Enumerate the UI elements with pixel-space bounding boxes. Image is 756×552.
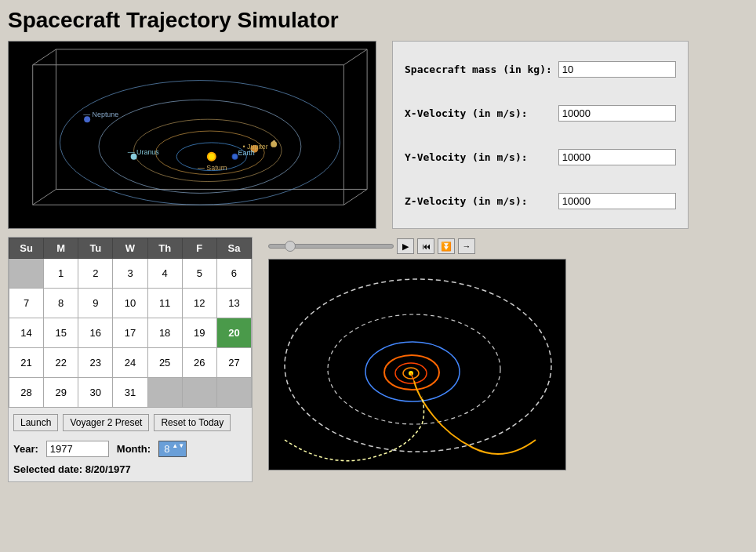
calendar-day-header: Sa — [216, 238, 251, 259]
launch-button[interactable]: Launch — [13, 414, 58, 431]
calendar-table: SuMTuWThFSa 1234567891011121314151617181… — [9, 238, 252, 408]
calendar-day-cell[interactable]: 5 — [182, 259, 216, 289]
svg-point-14 — [233, 154, 238, 159]
trajectory-section: ▶ ⏮ ⏬ → — [268, 237, 566, 482]
calendar-day-cell[interactable]: 3 — [113, 259, 147, 289]
svg-line-4 — [343, 189, 367, 205]
calendar-day-header: Th — [147, 238, 182, 259]
playback-slider-thumb[interactable] — [285, 241, 296, 252]
calendar-day-cell — [147, 378, 182, 408]
playback-controls: ▶ ⏮ ⏬ → — [268, 237, 566, 256]
zvel-label: Z-Velocity (in m/s): — [405, 195, 552, 207]
svg-point-12 — [209, 154, 215, 160]
svg-point-6 — [60, 81, 340, 205]
calendar-day-cell[interactable]: 12 — [182, 289, 216, 318]
calendar-day-cell[interactable]: 27 — [216, 348, 251, 378]
calendar-day-cell[interactable]: 23 — [78, 348, 113, 378]
calendar-day-cell[interactable]: 10 — [113, 289, 147, 318]
calendar-day-header: F — [182, 238, 216, 259]
month-label: Month: — [117, 443, 151, 455]
calendar-day-header: W — [113, 238, 147, 259]
svg-text:• Jupiter: • Jupiter — [242, 143, 267, 151]
svg-point-25 — [285, 279, 551, 452]
mass-input[interactable] — [558, 61, 676, 78]
zvel-input[interactable] — [558, 193, 676, 209]
calendar-day-header: Tu — [78, 238, 113, 259]
solar-system-view: ● — Neptune — Uranus Earth • Jupiter — S… — [8, 41, 376, 229]
calendar-day-cell[interactable]: 30 — [78, 378, 113, 408]
svg-point-7 — [99, 100, 301, 193]
calendar-day-cell[interactable]: 26 — [182, 348, 216, 378]
mass-label: Spacecraft mass (in kg): — [405, 64, 552, 75]
xvel-input[interactable] — [558, 105, 676, 122]
skip-start-button[interactable]: ⏮ — [417, 238, 434, 254]
svg-text:— Neptune: — Neptune — [83, 111, 118, 118]
calendar-day-cell[interactable]: 8 — [44, 289, 78, 318]
params-panel: Spacecraft mass (in kg): X-Velocity (in … — [392, 41, 689, 229]
playback-slider-track[interactable] — [268, 244, 394, 249]
calendar-day-cell — [216, 378, 251, 408]
svg-marker-0 — [33, 65, 344, 205]
calendar-day-cell[interactable]: 2 — [78, 259, 113, 289]
reset-today-button[interactable]: Reset to Today — [154, 414, 231, 431]
xvel-label: X-Velocity (in m/s): — [405, 107, 552, 119]
calendar-day-cell[interactable]: 22 — [44, 348, 78, 378]
calendar-day-cell[interactable]: 24 — [113, 348, 147, 378]
calendar-day-cell[interactable]: 29 — [44, 378, 78, 408]
svg-line-3 — [343, 49, 367, 65]
year-label: Year: — [13, 443, 38, 455]
svg-line-2 — [33, 49, 56, 65]
calendar-day-cell[interactable]: 6 — [216, 259, 251, 289]
calendar-day-cell — [9, 259, 44, 289]
skip-end-button[interactable]: ⏬ — [438, 238, 455, 254]
calendar-day-cell[interactable]: 28 — [9, 378, 44, 408]
yvel-input[interactable] — [558, 149, 676, 165]
calendar-day-cell[interactable]: 4 — [147, 259, 182, 289]
calendar-day-cell[interactable]: 18 — [147, 318, 182, 348]
trajectory-view — [268, 259, 566, 470]
svg-point-26 — [328, 314, 500, 424]
calendar-day-cell[interactable]: 21 — [9, 348, 44, 378]
calendar-day-cell[interactable]: 13 — [216, 289, 251, 318]
yvel-label: Y-Velocity (in m/s): — [405, 151, 552, 163]
calendar-day-cell[interactable]: 19 — [182, 318, 216, 348]
svg-text:— Uranus: — Uranus — [128, 148, 160, 156]
calendar-day-cell[interactable]: 16 — [78, 318, 113, 348]
calendar-day-cell[interactable]: 25 — [147, 348, 182, 378]
calendar-day-header: M — [44, 238, 78, 259]
calendar-day-cell[interactable]: 15 — [44, 318, 78, 348]
calendar-day-cell[interactable]: 11 — [147, 289, 182, 318]
calendar-day-header: Su — [9, 238, 44, 259]
year-input[interactable] — [46, 441, 109, 457]
selected-date-label: Selected date: — [13, 463, 82, 475]
voyager-preset-button[interactable]: Voyager 2 Preset — [63, 414, 149, 431]
calendar-day-cell — [182, 378, 216, 408]
svg-line-5 — [33, 189, 56, 205]
selected-date-value: 8/20/1977 — [85, 463, 131, 475]
calendar-day-cell[interactable]: 20 — [216, 318, 251, 348]
calendar-day-cell[interactable]: 1 — [44, 259, 78, 289]
month-select[interactable]: 8 — [158, 441, 187, 457]
calendar-day-cell[interactable]: 7 — [9, 289, 44, 318]
calendar-day-cell[interactable]: 9 — [78, 289, 113, 318]
calendar-panel: SuMTuWThFSa 1234567891011121314151617181… — [8, 237, 253, 482]
calendar-day-cell[interactable]: 31 — [113, 378, 147, 408]
svg-text:●: ● — [272, 138, 275, 143]
calendar-day-cell[interactable]: 17 — [113, 318, 147, 348]
page-title: Spacecraft Trajectory Simulator — [8, 8, 748, 33]
svg-text:— Saturn: — Saturn — [198, 164, 227, 172]
play-button[interactable]: ▶ — [397, 238, 414, 254]
calendar-day-cell[interactable]: 14 — [9, 318, 44, 348]
month-select-wrapper[interactable]: 8 — [158, 441, 187, 457]
next-button[interactable]: → — [458, 238, 475, 254]
